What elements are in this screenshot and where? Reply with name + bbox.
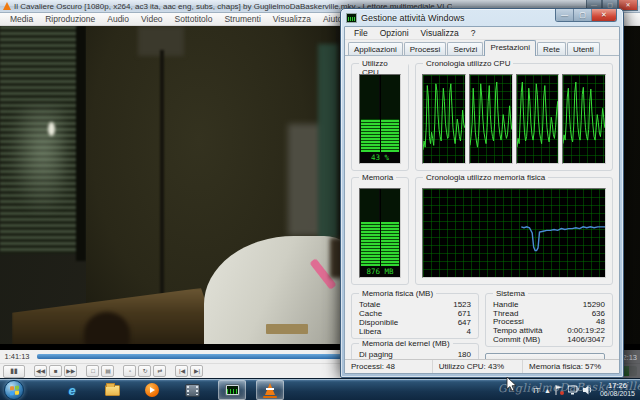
name-badge [266, 324, 308, 334]
vlc-cone-icon [3, 2, 11, 10]
windows-logo-icon [10, 385, 19, 395]
folder-icon [105, 385, 120, 396]
deinterlace-button[interactable]: ▫ [123, 365, 136, 377]
loop-button[interactable]: ↻ [138, 365, 151, 377]
task-manager-title: Gestione attività Windows [361, 13, 465, 23]
next-chapter-button[interactable]: ▶| [190, 365, 203, 377]
stat-row: Tempo attività0:00:19:22 [493, 327, 605, 335]
memory-meter-group: Memoria 876 MB [351, 177, 409, 285]
previous-button[interactable]: ◀◀ [34, 365, 47, 377]
green-curtain [318, 44, 338, 244]
language-indicator[interactable]: IT [533, 386, 540, 395]
stat-row: Cache671 [359, 310, 471, 318]
cpu-core4-graph [562, 74, 606, 164]
prestazioni-page: Utilizzo CPU 43 % Cronologia utilizzo CP… [345, 57, 619, 359]
tab-processi[interactable]: Processi [404, 42, 447, 55]
vlc-taskbar-icon [263, 383, 277, 398]
vlc-menu-sottotitolo[interactable]: Sottotitolo [169, 14, 219, 24]
kernel-memory-title: Memoria del kernel (MB) [359, 339, 453, 348]
network-icon[interactable] [568, 385, 579, 395]
memory-meter-value: 876 MB [360, 266, 400, 277]
fullscreen-button[interactable]: □ [86, 365, 99, 377]
tm-menu-opzioni[interactable]: Opzioni [374, 28, 415, 38]
tab-applicazioni[interactable]: Applicazioni [348, 42, 403, 55]
elapsed-time: 1:41:13 [0, 352, 34, 361]
tab-servizi[interactable]: Servizi [447, 42, 483, 55]
vlc-menu-strumenti[interactable]: Strumenti [218, 14, 266, 24]
status-memory: Memoria fisica: 57% [523, 360, 619, 373]
phys-memory-title: Memoria fisica (MB) [359, 289, 436, 298]
media-player-icon [145, 383, 159, 397]
tm-minimize-button[interactable]: — [556, 9, 574, 22]
tm-menu-visualizza[interactable]: Visualizza [415, 28, 465, 38]
cpu-history-group: Cronologia utilizzo CPU [415, 63, 613, 171]
tab-rete[interactable]: Rete [537, 42, 566, 55]
task-manager-taskbar-icon [225, 384, 240, 396]
system-title: Sistema [493, 289, 528, 298]
cpu-core3-graph [516, 74, 560, 164]
vlc-menu-media[interactable]: Media [4, 14, 39, 24]
taskbar-task-manager[interactable] [218, 380, 246, 400]
memory-history-group: Cronologia utilizzo memoria fisica [415, 177, 613, 285]
prev-chapter-button[interactable]: |◀ [175, 365, 188, 377]
next-button[interactable]: ▶▶ [64, 365, 77, 377]
cpu-meter-group: Utilizzo CPU 43 % [351, 63, 409, 171]
taskbar-clock[interactable]: 17:26 06/08/2015 [597, 382, 638, 398]
status-processes: Processi: 48 [345, 360, 433, 373]
memory-meter-fill [361, 222, 399, 266]
blinds-glow [8, 106, 66, 216]
tm-menubar: File Opzioni Visualizza ? [345, 27, 619, 40]
tab-prestazioni[interactable]: Prestazioni [484, 40, 536, 56]
shuffle-button[interactable]: ⇄ [153, 365, 166, 377]
task-manager-window: Gestione attività Windows — ▢ ✕ File Opz… [340, 8, 624, 378]
stat-row: Libera4 [359, 328, 471, 336]
action-center-icon[interactable] [555, 385, 564, 395]
memory-history-graph [422, 188, 606, 278]
taskbar-media-player-classic[interactable] [178, 380, 206, 400]
memory-history-label: Cronologia utilizzo memoria fisica [423, 173, 548, 182]
stat-row: Disponibile647 [359, 319, 471, 327]
phys-memory-group: Memoria fisica (MB) Totale1523 Cache671 … [351, 293, 479, 339]
status-cpu: Utilizzo CPU: 43% [433, 360, 523, 373]
vlc-menu-video[interactable]: Video [135, 14, 169, 24]
taskbar-media-player[interactable] [138, 380, 166, 400]
light-spot [48, 122, 55, 136]
cpu-history-label: Cronologia utilizzo CPU [423, 59, 513, 68]
tm-menu-file[interactable]: File [348, 28, 374, 38]
start-button[interactable] [4, 380, 24, 400]
tm-close-button[interactable]: ✕ [592, 9, 616, 22]
windows-taskbar: e IT ▲ 17:26 06/08/2015 [0, 378, 640, 400]
volume-icon[interactable] [583, 385, 593, 395]
taskbar-vlc[interactable] [256, 380, 284, 400]
task-manager-icon [346, 13, 357, 23]
taskbar-explorer[interactable] [98, 380, 126, 400]
system-group: Sistema Handle15290 Thread636 Processi48… [485, 293, 613, 347]
cpu-meter-value: 43 % [360, 152, 400, 163]
tm-menu-help[interactable]: ? [465, 28, 482, 38]
stop-button[interactable]: ■ [49, 365, 62, 377]
iv-pole [160, 50, 164, 300]
show-hidden-icons-button[interactable]: ▲ [544, 387, 551, 394]
vlc-menu-audio[interactable]: Audio [101, 14, 135, 24]
cpu-core1-graph [422, 74, 466, 164]
cpu-meter: 43 % [359, 74, 401, 164]
vlc-menu-visualizza[interactable]: Visualizza [267, 14, 317, 24]
stat-row: Commit (MB)1406/3047 [493, 336, 605, 344]
memory-meter-label: Memoria [359, 173, 396, 182]
tm-maximize-button[interactable]: ▢ [574, 9, 592, 22]
white-cabinet [288, 124, 322, 236]
window-frame [76, 26, 86, 261]
cpu-meter-fill [361, 119, 399, 152]
internet-explorer-icon: e [68, 383, 75, 398]
taskbar-internet-explorer[interactable]: e [58, 380, 86, 400]
playlist-button[interactable]: ▤ [101, 365, 114, 377]
memory-meter: 876 MB [359, 188, 401, 278]
tab-utenti[interactable]: Utenti [567, 42, 600, 55]
pause-button[interactable]: ▮▮ [3, 365, 25, 378]
cpu-core2-graph [469, 74, 513, 164]
tm-statusbar: Processi: 48 Utilizzo CPU: 43% Memoria f… [345, 359, 619, 373]
tm-tab-strip: Applicazioni Processi Servizi Prestazion… [345, 40, 619, 56]
system-tray: IT ▲ 17:26 06/08/2015 [533, 379, 638, 400]
filmstrip-icon [185, 384, 200, 397]
vlc-menu-riproduzione[interactable]: Riproduzione [39, 14, 101, 24]
